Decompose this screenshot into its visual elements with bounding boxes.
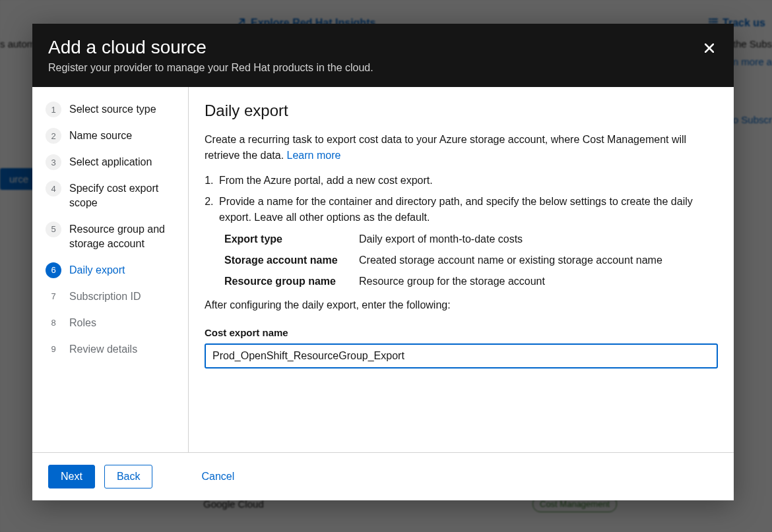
cost-export-name-label: Cost export name [205, 327, 718, 338]
settings-row: Storage account name Created storage acc… [224, 254, 718, 266]
step-number: 4 [46, 181, 61, 196]
step-label: Review details [69, 341, 137, 357]
export-type-value: Daily export of month-to-date costs [359, 233, 523, 245]
step-select-source-type[interactable]: 1 Select source type [46, 102, 176, 117]
step-daily-export[interactable]: 6 Daily export [46, 262, 176, 278]
resource-group-label: Resource group name [224, 276, 359, 287]
next-button[interactable]: Next [48, 465, 95, 488]
content-description: Create a recurring task to export cost d… [205, 132, 718, 163]
step-label: Roles [69, 315, 96, 330]
step-label: Select application [69, 154, 152, 169]
step-number: 3 [46, 154, 61, 170]
step-number: 2 [46, 128, 61, 144]
step-resource-group[interactable]: 5 Resource group and storage account [46, 222, 176, 252]
wizard-sidebar: 1 Select source type 2 Name source 3 Sel… [32, 87, 189, 452]
modal-title: Add a cloud source [48, 37, 718, 58]
step-number: 6 [46, 262, 61, 278]
storage-account-label: Storage account name [224, 254, 359, 266]
learn-more-link[interactable]: Learn more [287, 150, 341, 161]
step-roles: 8 Roles [46, 315, 176, 331]
modal-footer: Next Back Cancel [32, 452, 734, 500]
wizard-content: Daily export Create a recurring task to … [189, 87, 734, 452]
instruction-1: From the Azure portal, add a new cost ex… [216, 173, 718, 189]
step-number: 9 [46, 341, 61, 357]
resource-group-value: Resource group for the storage account [359, 276, 545, 287]
step-review-details: 9 Review details [46, 341, 176, 357]
step-number: 7 [46, 289, 61, 305]
step-number: 1 [46, 102, 61, 117]
settings-row: Resource group name Resource group for t… [224, 276, 718, 287]
step-number: 8 [46, 315, 61, 331]
export-type-label: Export type [224, 233, 359, 245]
step-number: 5 [46, 222, 61, 237]
after-configuring-text: After configuring the daily export, ente… [205, 299, 718, 311]
modal-subtitle: Register your provider to manage your Re… [48, 62, 718, 74]
step-label: Name source [69, 128, 132, 143]
back-button[interactable]: Back [104, 465, 153, 488]
storage-account-value: Created storage account name or existing… [359, 254, 662, 266]
instruction-2: Provide a name for the container and dir… [216, 194, 718, 225]
step-subscription-id: 7 Subscription ID [46, 289, 176, 305]
settings-row: Export type Daily export of month-to-dat… [224, 233, 718, 245]
cost-export-name-input[interactable] [205, 343, 718, 369]
step-label: Daily export [69, 262, 125, 278]
step-label: Subscription ID [69, 289, 141, 304]
add-cloud-source-modal: Add a cloud source Register your provide… [32, 24, 734, 500]
step-label: Resource group and storage account [69, 222, 176, 252]
instructions-list: From the Azure portal, add a new cost ex… [205, 173, 718, 225]
modal-header: Add a cloud source Register your provide… [32, 24, 734, 87]
export-settings-table: Export type Daily export of month-to-dat… [224, 233, 718, 287]
modal-body: 1 Select source type 2 Name source 3 Sel… [32, 87, 734, 452]
content-title: Daily export [205, 102, 718, 120]
close-button[interactable] [698, 36, 721, 61]
description-text: Create a recurring task to export cost d… [205, 134, 686, 161]
cancel-button[interactable]: Cancel [189, 465, 246, 488]
step-select-application[interactable]: 3 Select application [46, 154, 176, 170]
step-name-source[interactable]: 2 Name source [46, 128, 176, 144]
step-label: Specify cost export scope [69, 181, 176, 211]
step-specify-cost-export-scope[interactable]: 4 Specify cost export scope [46, 181, 176, 211]
close-icon [705, 40, 714, 56]
step-label: Select source type [69, 102, 156, 117]
